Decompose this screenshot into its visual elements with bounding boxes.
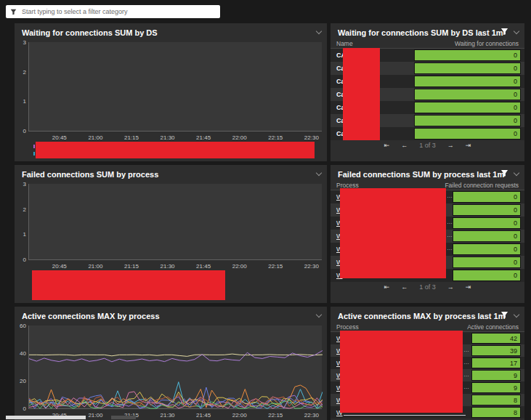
panel-active-connections-chart: Active connections MAX by process 604020… [15, 307, 327, 420]
chevron-down-icon[interactable] [317, 312, 322, 318]
table-header: Name Waiting for connections [336, 40, 519, 47]
value-bar: 42 [471, 333, 521, 344]
first-page-button[interactable]: ⇤ [384, 142, 390, 149]
y-axis-tick: 0 [23, 128, 26, 134]
x-axis-ticks: 20:4521:0021:1521:3021:4522:0022:1522:30 [28, 134, 322, 142]
redaction-overlay [340, 331, 463, 413]
panel-title: Active connections MAX by process [22, 312, 160, 320]
name-ellipsis: … [463, 371, 469, 378]
chart-plot-area[interactable]: 6040200 [28, 326, 322, 409]
last-page-button[interactable]: ⇥ [466, 142, 471, 149]
y-axis-tick: 2 [23, 206, 26, 212]
chevron-down-icon[interactable] [514, 29, 519, 34]
y-axis-tick: 40 [20, 350, 26, 356]
y-axis-tick: 2 [23, 68, 26, 75]
x-axis-tick: 21:30 [161, 134, 175, 141]
prev-page-button[interactable]: ← [401, 283, 408, 291]
y-axis-tick: 3 [23, 39, 26, 46]
x-axis-ticks: 20:4521:0021:1521:3021:4522:0022:1522:30 [28, 263, 322, 270]
value-bar: 0 [414, 128, 521, 140]
chart-series-line [29, 354, 323, 356]
pagination: ⇤ ← 1 of 3 → ⇥ [331, 283, 524, 291]
redaction-overlay [36, 142, 315, 158]
name-ellipsis: … [447, 232, 453, 238]
first-page-button[interactable]: ⇤ [384, 283, 390, 291]
x-axis-tick: 22:00 [232, 412, 247, 419]
panel-title: Failed connections SUM by process last 1… [338, 170, 504, 179]
filter-funnel-icon[interactable] [500, 311, 508, 319]
value-bar: 0 [453, 191, 521, 203]
horizontal-scrollbar-segment[interactable] [111, 416, 136, 419]
chart-series-line [29, 351, 323, 362]
y-axis-tick: 0 [23, 257, 26, 263]
redaction-overlay [32, 270, 225, 300]
column-value: Waiting for connections [455, 40, 519, 47]
pagination: ⇤ ← 1 of 3 → ⇥ [331, 142, 524, 149]
name-ellipsis: … [463, 359, 469, 366]
next-page-button[interactable]: → [447, 283, 454, 291]
filter-funnel-icon[interactable] [500, 169, 508, 177]
panel-waiting-connections-chart: Waiting for connections SUM by DS 3210 2… [15, 23, 327, 161]
chart-plot-area[interactable]: 3210 [28, 184, 322, 260]
y-axis-tick: 1 [23, 98, 26, 105]
chevron-down-icon[interactable] [514, 171, 519, 176]
x-axis-tick: 21:30 [161, 412, 175, 419]
value-bar: 0 [453, 217, 521, 229]
x-axis-tick: 22:30 [304, 263, 319, 270]
x-axis-tick: 20:45 [52, 263, 67, 270]
panel-title: Waiting for connections SUM by DS last 1… [338, 28, 503, 37]
x-axis-tick: 22:15 [268, 412, 283, 419]
x-axis-tick: 22:15 [268, 263, 283, 270]
table-header: Process Active connections [336, 323, 519, 331]
column-value: Active connections [467, 323, 519, 331]
chart-plot-area[interactable]: 3210 [28, 42, 322, 132]
filter-funnel-icon[interactable] [500, 28, 508, 36]
name-ellipsis: … [447, 245, 453, 251]
column-name: Process [336, 323, 359, 331]
redaction-overlay [343, 48, 380, 140]
last-page-button[interactable]: ⇥ [466, 283, 471, 291]
redaction-overlay [340, 188, 446, 278]
chevron-down-icon[interactable] [317, 29, 322, 34]
funnel-icon [10, 9, 17, 15]
name-ellipsis: … [447, 193, 453, 199]
x-axis-tick: 21:45 [196, 134, 211, 141]
x-axis-tick: 22:30 [304, 412, 319, 419]
value-bar: 9 [471, 370, 521, 381]
page-indicator: 1 of 3 [419, 142, 436, 149]
filter-bar [6, 5, 220, 18]
x-axis-tick: 21:15 [124, 263, 139, 270]
x-axis-tick: 20:45 [52, 134, 67, 141]
y-axis-tick: 60 [20, 323, 26, 329]
chevron-down-icon[interactable] [317, 171, 322, 176]
horizontal-scrollbar-thumb[interactable] [6, 416, 86, 419]
line-chart-series [29, 326, 323, 409]
value-bar: 9 [471, 382, 521, 393]
panel-title: Failed connections SUM by process [22, 170, 158, 179]
value-bar: 39 [471, 345, 521, 356]
prev-page-button[interactable]: ← [401, 142, 408, 149]
x-axis-tick: 21:00 [88, 412, 102, 419]
x-axis-tick: 21:45 [196, 412, 211, 419]
y-axis-tick: 3 [23, 181, 26, 187]
value-bar: 0 [453, 257, 521, 268]
x-axis-tick: 22:00 [232, 134, 247, 141]
x-axis-tick: 22:00 [232, 263, 247, 270]
y-axis-tick: 20 [20, 377, 26, 384]
value-bar: 8 [471, 395, 521, 405]
value-bar: 0 [414, 62, 521, 74]
filter-input[interactable] [20, 7, 216, 16]
x-axis-tick: 21:00 [88, 263, 102, 270]
column-name: Name [336, 40, 353, 47]
column-value: Failed connection requests [445, 182, 519, 189]
next-page-button[interactable]: → [447, 142, 454, 149]
value-bar: 0 [414, 89, 521, 100]
x-axis-tick: 21:00 [88, 134, 102, 141]
name-ellipsis: … [463, 347, 469, 353]
panel-title: Active connections MAX by process last 1… [338, 312, 505, 320]
value-bar: 0 [414, 115, 521, 126]
name-ellipsis: … [447, 219, 453, 225]
value-bar: 0 [453, 204, 521, 216]
value-bar: 0 [453, 230, 521, 242]
chevron-down-icon[interactable] [514, 312, 519, 318]
